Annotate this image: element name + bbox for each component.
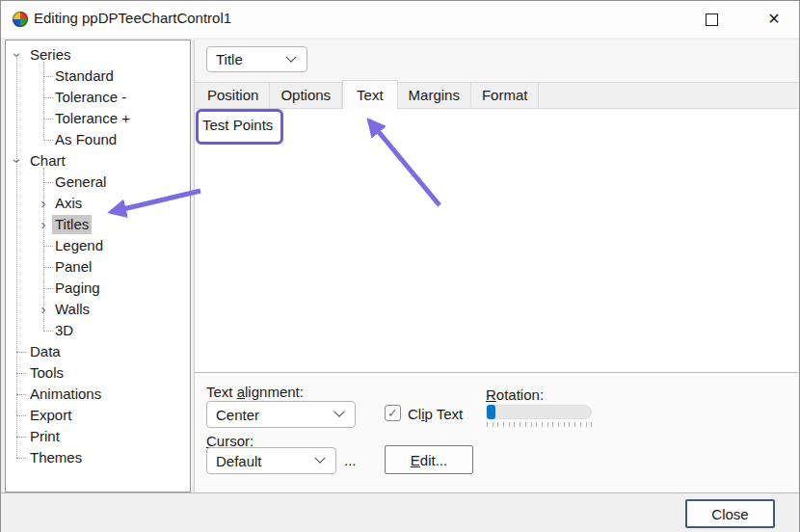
tab-position[interactable]: Position: [197, 83, 270, 108]
tree-item-label: Chart: [27, 151, 68, 171]
tree-item-label: Panel: [52, 257, 94, 277]
window-title: Editing ppDPTeeChartControl1: [34, 10, 231, 26]
close-window-button[interactable]: ✕: [752, 1, 796, 38]
collapsed-chevron-icon[interactable]: ›: [38, 194, 49, 213]
tab-format[interactable]: Format: [471, 83, 540, 108]
close-icon: ✕: [767, 12, 780, 27]
rotation-slider-ticks: [487, 422, 593, 427]
tree-item-tolerance[interactable]: Tolerance +: [6, 108, 190, 129]
tree-item-label: Paging: [52, 279, 103, 298]
text-alignment-select[interactable]: Center: [206, 401, 356, 428]
tree: ›SeriesStandardTolerance -Tolerance +As …: [5, 40, 191, 492]
tree-item-axis[interactable]: ›Axis: [6, 193, 190, 214]
rotation-slider[interactable]: [486, 405, 592, 419]
teechart-pie-icon: [13, 12, 28, 27]
tree-item-paging[interactable]: Paging: [6, 278, 190, 299]
tree-item-label: 3D: [52, 321, 76, 340]
chevron-down-icon: [285, 51, 296, 62]
tree-item-label: Axis: [52, 194, 85, 213]
tree-item-label: Walls: [52, 300, 93, 319]
tree-item-label: Legend: [52, 236, 106, 255]
tree-item-themes[interactable]: Themes: [6, 447, 190, 468]
close-button[interactable]: Close: [685, 499, 775, 528]
tree-item-chart[interactable]: ›Chart: [6, 150, 190, 172]
tree-item-label: Tools: [27, 363, 67, 383]
memo-text: Test Points: [202, 117, 273, 133]
check-icon: ✓: [387, 407, 398, 419]
title-text-memo[interactable]: Test Points: [194, 109, 798, 373]
text-alignment-label: Text alignment:: [206, 384, 304, 400]
close-button-label: Close: [711, 506, 748, 522]
clip-text-label[interactable]: Clip Text: [408, 406, 463, 422]
rotation-slider-thumb[interactable]: [487, 405, 495, 419]
rotation-label: Rotation:: [486, 386, 544, 403]
tree-item-series[interactable]: ›Series: [6, 44, 190, 66]
tree-connector: [16, 352, 26, 353]
tree-item-label: Print: [27, 427, 63, 446]
tab-margins[interactable]: Margins: [398, 83, 471, 108]
maximize-button[interactable]: [689, 1, 733, 38]
text-alignment-value: Center: [216, 407, 335, 423]
tree-item-label: Standard: [52, 66, 117, 86]
tree-item-panel[interactable]: Panel: [6, 256, 190, 278]
tree-connector: [16, 394, 26, 395]
chart-editor-dialog: Editing ppDPTeeChartControl1 ✕ ›SeriesSt…: [0, 0, 800, 532]
tree-item-legend[interactable]: Legend: [6, 235, 190, 256]
clip-text-checkbox[interactable]: ✓: [385, 405, 401, 421]
tree-item-label: General: [52, 173, 109, 192]
title-part-value: Title: [216, 51, 287, 67]
tree-item-label: Tolerance +: [52, 109, 133, 128]
tree-item-as-found[interactable]: As Found: [6, 129, 190, 150]
tab-bar: PositionOptionsTextMarginsFormat: [194, 83, 798, 109]
tree-item-label: Animations: [27, 385, 104, 404]
tree-item-walls[interactable]: ›Walls: [6, 299, 190, 320]
tree-item-animations[interactable]: Animations: [6, 384, 190, 405]
tree-item-label: Themes: [27, 448, 85, 467]
tree-item-tools[interactable]: Tools: [6, 362, 190, 384]
collapsed-chevron-icon[interactable]: ›: [38, 300, 49, 319]
collapsed-chevron-icon[interactable]: ›: [38, 215, 49, 234]
cursor-more-button[interactable]: ...: [344, 452, 357, 468]
tree-item-3d[interactable]: 3D: [6, 320, 190, 341]
tree-item-label: Series: [27, 45, 74, 65]
tree-item-standard[interactable]: Standard: [6, 66, 190, 87]
edit-button[interactable]: Edit...: [385, 445, 473, 474]
edit-button-label: Edit...: [411, 452, 447, 468]
dialog-footer: [1, 492, 799, 532]
tree-connector: [16, 437, 26, 438]
tree-connector: [16, 458, 26, 459]
expanded-chevron-icon[interactable]: ›: [8, 155, 27, 167]
tree-item-tolerance[interactable]: Tolerance -: [6, 87, 190, 108]
tree-item-label: Export: [27, 406, 74, 425]
tab-text[interactable]: Text: [342, 80, 398, 109]
tree-item-label: Tolerance -: [52, 88, 129, 107]
tree-item-label: Data: [27, 342, 64, 361]
chevron-down-icon: [314, 453, 325, 464]
cursor-select[interactable]: Default: [206, 447, 336, 474]
cursor-value: Default: [216, 453, 316, 469]
tree-item-label: Titles: [52, 215, 92, 234]
tree-item-export[interactable]: Export: [6, 405, 190, 426]
maximize-icon: [706, 13, 718, 26]
title-part-select[interactable]: Title: [206, 46, 307, 72]
title-bar: Editing ppDPTeeChartControl1 ✕: [1, 1, 799, 38]
expanded-chevron-icon[interactable]: ›: [8, 49, 27, 61]
tree-item-general[interactable]: General: [6, 172, 190, 193]
tree-item-print[interactable]: Print: [6, 426, 190, 447]
tab-options[interactable]: Options: [270, 83, 342, 108]
tree-item-label: As Found: [52, 130, 120, 149]
tree-item-titles[interactable]: ›Titles: [6, 214, 190, 235]
chevron-down-icon: [333, 407, 344, 417]
tree-connector: [16, 373, 26, 374]
tree-connector: [16, 415, 26, 416]
tree-item-data[interactable]: Data: [6, 341, 190, 362]
